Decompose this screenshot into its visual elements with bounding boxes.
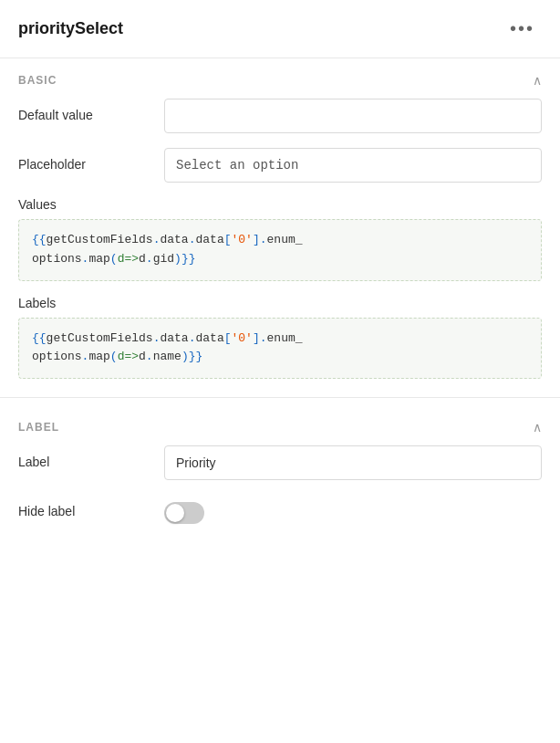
labels-code-name: name — [153, 350, 181, 363]
values-code-paren: ( — [110, 252, 118, 266]
labels-code-data1: data — [160, 331, 188, 345]
labels-code-dot3: . — [260, 331, 267, 345]
labels-label-row: Labels — [0, 296, 560, 310]
values-label-row: Values — [0, 197, 560, 212]
label-field-label: Label — [18, 445, 164, 469]
default-value-input[interactable] — [164, 99, 542, 133]
hide-label-row: Hide label — [0, 495, 560, 524]
labels-code-data2: data — [195, 331, 223, 345]
values-code-enum: enum_ — [267, 233, 303, 246]
labels-code-open-brace: {{ — [32, 331, 47, 345]
placeholder-control — [164, 148, 542, 183]
default-value-row: Default value — [0, 99, 560, 133]
values-code-box[interactable]: {{getCustomFields.data.data['0'].enum_ o… — [18, 219, 542, 281]
values-code-bracket: [ — [224, 233, 232, 246]
app-title: prioritySelect — [18, 19, 123, 38]
labels-code-box[interactable]: {{getCustomFields.data.data['0'].enum_ o… — [18, 318, 542, 380]
values-code-dot5: . — [146, 252, 153, 266]
default-value-control — [164, 99, 542, 133]
labels-code-bracket: [ — [224, 331, 232, 345]
hide-label-label: Hide label — [18, 495, 164, 518]
label-field-input[interactable] — [164, 445, 542, 480]
values-code-options: options — [32, 252, 82, 266]
values-code-data2: data — [195, 233, 223, 246]
labels-code-dot5: . — [146, 350, 153, 363]
hide-label-toggle-thumb — [166, 504, 184, 522]
values-code-fn: getCustomFields — [47, 233, 153, 246]
labels-code-map: map — [88, 350, 109, 363]
label-section-header[interactable]: LABEL ∧ — [0, 405, 560, 445]
default-value-label: Default value — [18, 99, 164, 122]
label-field-control — [164, 445, 542, 480]
values-code-index: '0' — [232, 233, 253, 246]
hide-label-toggle[interactable] — [164, 502, 204, 524]
values-code-data1: data — [160, 233, 188, 246]
labels-code-bracket-close: ] — [253, 331, 260, 345]
section-divider — [0, 397, 560, 398]
values-code-open-brace: {{ — [32, 233, 47, 246]
labels-code-d: d — [139, 350, 146, 363]
hide-label-toggle-container — [164, 495, 542, 524]
labels-code-fn: getCustomFields — [47, 331, 153, 345]
values-code-gid: gid — [153, 252, 174, 266]
labels-code-enum: enum_ — [267, 331, 303, 345]
label-section-chevron-icon: ∧ — [533, 420, 542, 434]
hide-label-control — [164, 495, 542, 524]
labels-code-index: '0' — [232, 331, 253, 345]
labels-code-options: options — [32, 350, 82, 363]
basic-section-title: BASIC — [18, 74, 57, 87]
label-field-row: Label — [0, 445, 560, 480]
values-code-dot3: . — [260, 233, 267, 246]
values-code-close: )}} — [174, 252, 195, 266]
values-code-bracket-close: ] — [253, 233, 260, 246]
labels-code-close: )}} — [181, 350, 202, 363]
basic-section-chevron-icon: ∧ — [533, 73, 542, 88]
basic-section-header[interactable]: BASIC ∧ — [0, 58, 560, 99]
placeholder-label: Placeholder — [18, 148, 164, 172]
values-code-row: {{getCustomFields.data.data['0'].enum_ o… — [0, 219, 560, 281]
placeholder-row: Placeholder — [0, 148, 560, 183]
placeholder-input[interactable] — [164, 148, 542, 183]
labels-label: Labels — [18, 296, 542, 310]
labels-code-arrow: d=> — [118, 350, 139, 363]
app-header: prioritySelect ••• — [0, 0, 560, 58]
labels-code-paren: ( — [110, 350, 118, 363]
label-section-title: LABEL — [18, 421, 59, 434]
labels-code-row: {{getCustomFields.data.data['0'].enum_ o… — [0, 318, 560, 380]
values-code-map: map — [88, 252, 109, 266]
values-code-arrow: d=> — [118, 252, 139, 266]
values-code-d: d — [139, 252, 146, 266]
values-label: Values — [18, 197, 542, 212]
more-options-button[interactable]: ••• — [503, 15, 542, 43]
